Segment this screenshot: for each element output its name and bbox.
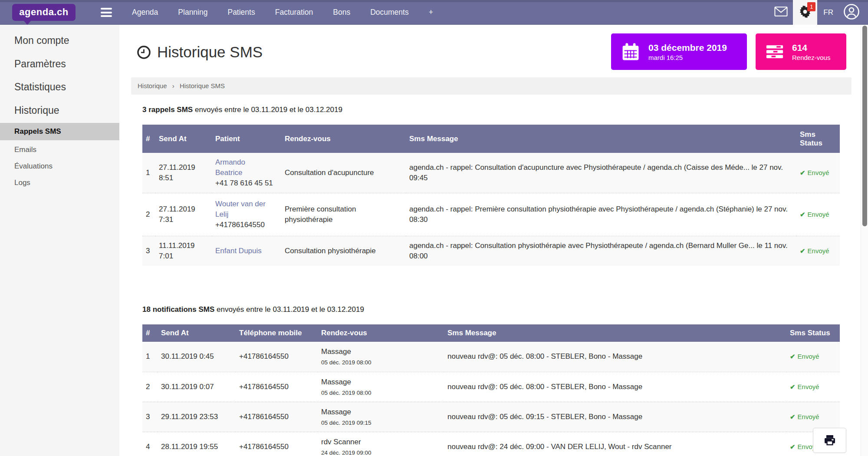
row-num: 1 [142,342,158,372]
patient-link[interactable]: Armando Beatrice [215,157,268,178]
nav-item-documents[interactable]: Documents [370,8,409,17]
nav-item-facturation[interactable]: Facturation [275,8,313,17]
rdv-label: Consultation d'acupuncture [285,168,402,178]
row-num: 3 [142,402,158,432]
widget-rdv-count: 614 [792,42,830,53]
top-navbar: agenda.ch Agenda Planning Patients Factu… [0,0,868,25]
sidebar-item-logs[interactable]: Logs [0,174,119,192]
navbar-right: 1 FR [769,0,868,25]
patient-link[interactable]: Wouter van der Lelij [215,199,268,220]
sidebar-item-evaluations[interactable]: Évaluations [0,158,119,175]
status-badge: ✔Envoyé [800,169,829,176]
mobile-phone: +41786164550 [236,432,318,456]
col-sms-status: Sms Status [796,125,840,153]
tasks-icon [765,44,784,59]
page-title-text: Historique SMS [157,43,263,61]
nav-item-add[interactable]: + [429,8,433,17]
nav-item-planning[interactable]: Planning [178,8,207,17]
nav-item-patients[interactable]: Patients [227,8,255,17]
printer-icon [823,433,837,447]
col-sms-message: Sms Message [406,125,796,153]
widget-rdv-label: Rendez-vous [792,53,830,62]
main-content: Historique SMS [119,25,861,456]
patient-link[interactable]: Enfant Dupuis [215,246,262,256]
messages-button[interactable] [769,0,793,25]
settings-button[interactable]: 1 [793,0,817,25]
send-time: 8:51 [159,173,208,183]
check-icon: ✔ [790,353,796,360]
sms-message: nouveau rdv@: 05 déc. 08:00 - STEBLER, B… [447,351,783,362]
sidebar-item-rappels-sms[interactable]: Rappels SMS [0,123,119,140]
check-icon: ✔ [790,443,796,450]
table-header-row: # Send At Téléphone mobile Rendez-vous S… [142,324,840,342]
status-badge: ✔Envoyé [800,211,829,218]
sms-message: agenda.ch - rappel: Consultation d'acupu… [409,162,793,183]
account-button[interactable] [841,0,868,25]
print-button[interactable] [813,428,846,453]
check-icon: ✔ [790,413,796,420]
col-num: # [142,125,155,153]
rdv-label: Première consultation physiothérapie [285,204,402,225]
date-widget[interactable]: 03 décembre 2019 mardi 16:25 [611,33,747,70]
status-badge: ✔Envoyé [790,383,819,390]
sms-message: agenda.ch - rappel: Consultation physiot… [409,241,793,261]
row-num: 4 [142,432,158,456]
table-row: 2 30.11.2019 0:07 +41786164550 Massage05… [142,372,840,402]
clock-icon [137,45,151,59]
patient-phone: +41786164550 [215,220,278,230]
status-text: Envoyé [808,211,829,218]
rdv-label: Consultation physiothérapie [285,246,402,256]
status-text: Envoyé [798,413,819,420]
scrollbar-track[interactable] [861,25,868,456]
envelope-icon [774,7,788,18]
notifications-section-heading: 18 notifications SMS envoyés entre le 03… [142,305,840,314]
notification-badge: 1 [807,2,815,11]
rdv-date: 05 déc. 2019 08:00 [321,389,441,397]
nav-item-bons[interactable]: Bons [333,8,350,17]
hamburger-menu-icon[interactable] [101,8,112,17]
sidebar-item-parametres[interactable]: Paramètres [0,58,119,70]
widget-date-subtext: mardi 16:25 [648,53,727,62]
send-date: 27.11.2019 [159,204,208,215]
scrollbar-thumb[interactable] [862,26,867,226]
rappels-section-heading: 3 rappels SMS envoyés entre le 03.11.201… [142,106,840,114]
row-num: 2 [142,193,155,236]
col-send-at: Send At [158,324,236,342]
notifications-count: 18 notifications SMS [142,305,214,314]
sms-message: agenda.ch - rappel: Première consultatio… [409,204,793,225]
col-num: # [142,324,158,342]
notifications-sms-section: 18 notifications SMS envoyés entre le 03… [142,305,840,456]
rdv-label: Massage [321,347,441,357]
agenda-logo[interactable]: agenda.ch [12,4,76,21]
check-icon: ✔ [790,383,796,390]
col-patient: Patient [212,125,281,153]
mobile-phone: +41786164550 [236,402,318,432]
sidebar-item-historique[interactable]: Historique [0,105,119,116]
sms-message: nouveau rdv@: 24 déc. 09:00 - VAN DER LE… [447,442,783,452]
check-icon: ✔ [800,211,806,218]
language-selector[interactable]: FR [817,8,841,17]
rendez-vous-widget[interactable]: 614 Rendez-vous [756,33,846,70]
rdv-label: rdv Scanner [321,437,441,447]
patient-phone: +41 78 616 45 51 [215,178,278,188]
sidebar-item-emails[interactable]: Emails [0,141,119,159]
nav-item-agenda[interactable]: Agenda [132,8,158,17]
breadcrumb-current[interactable]: Historique SMS [180,82,225,89]
sidebar-item-mon-compte[interactable]: Mon compte [0,35,119,46]
table-row: 4 28.11.2019 19:55 +41786164550 rdv Scan… [142,432,840,456]
breadcrumb-parent[interactable]: Historique [138,82,167,89]
rappels-heading-rest: envoyés entre le 03.11.2019 et le 03.12.… [193,106,342,114]
table-header-row: # Send At Patient Rendez-vous Sms Messag… [142,125,840,153]
rdv-label: Massage [321,377,441,387]
sidebar-item-statistiques[interactable]: Statistiques [0,81,119,93]
rdv-date: 05 déc. 2019 08:00 [321,358,441,367]
col-rendez-vous: Rendez-vous [281,125,406,153]
send-at: 28.11.2019 19:55 [158,432,236,456]
col-send-at: Send At [155,125,212,153]
col-sms-message: Sms Message [444,324,786,342]
send-at: 30.11.2019 0:07 [158,372,236,402]
user-avatar-icon [843,3,860,22]
row-num: 2 [142,372,158,402]
app-root: agenda.ch Agenda Planning Patients Factu… [0,0,868,456]
rdv-date: 24 déc. 2019 09:00 [321,449,441,456]
